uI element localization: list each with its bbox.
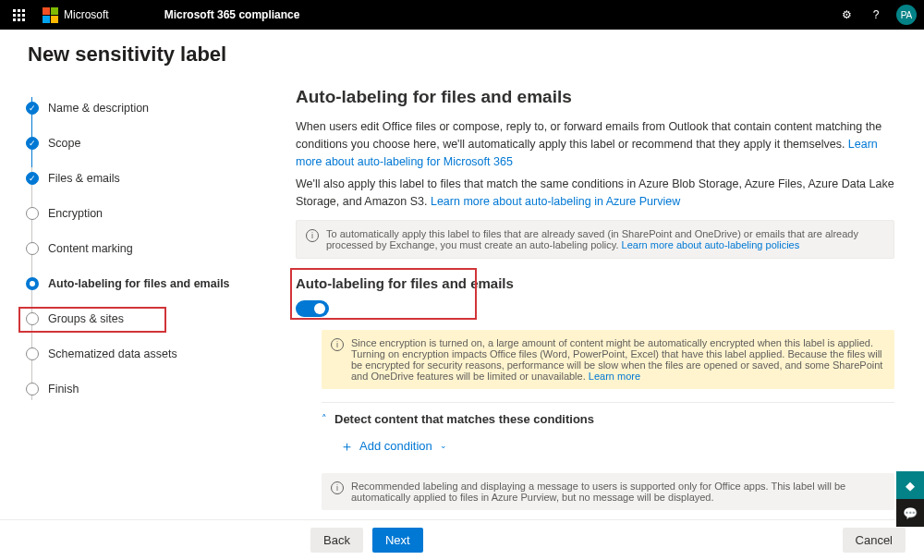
chat-icon: 💬 (903, 506, 918, 520)
info-box-policies: i To automatically apply this label to f… (296, 220, 894, 259)
chevron-down-icon: ⌄ (440, 441, 447, 450)
info-icon: i (306, 229, 319, 242)
info-icon: i (331, 481, 344, 494)
intro-paragraph-1: When users edit Office files or compose,… (296, 118, 894, 170)
step-label: Auto-labeling for files and emails (48, 277, 230, 290)
info-icon: i (331, 338, 344, 351)
step-indicator-icon (26, 347, 39, 360)
step-indicator-icon (26, 242, 39, 255)
ms-logo: Microsoft (43, 7, 109, 23)
step-label: Content marking (48, 242, 133, 255)
detect-content-label: Detect content that matches these condit… (334, 412, 594, 426)
step-indicator-icon (26, 102, 39, 115)
step-label: Files & emails (48, 172, 120, 185)
step-label: Encryption (48, 207, 103, 220)
intro-paragraph-2: We'll also apply this label to files tha… (296, 176, 894, 211)
encryption-warning-box: i Since encryption is turned on, a large… (322, 330, 894, 389)
step-7[interactable]: Schematized data assets (26, 336, 261, 371)
ms-brand-text: Microsoft (64, 8, 109, 21)
step-indicator-icon (26, 277, 39, 290)
learn-more-policies-link[interactable]: Learn more about auto-labeling policies (622, 239, 800, 250)
help-button[interactable]: ? (861, 0, 891, 30)
step-6[interactable]: Groups & sites (26, 301, 261, 336)
wizard-footer: Back Next Cancel (0, 519, 924, 560)
auto-labeling-toggle-section: Auto-labeling for files and emails (296, 275, 894, 317)
auto-labeling-toggle[interactable] (296, 300, 329, 317)
cancel-button[interactable]: Cancel (843, 528, 906, 553)
step-1[interactable]: Scope (26, 126, 261, 161)
step-indicator-icon (26, 137, 39, 150)
toggle-heading: Auto-labeling for files and emails (296, 275, 894, 291)
step-indicator-icon (26, 312, 39, 325)
waffle-icon (13, 9, 25, 21)
suite-title: Microsoft 365 compliance (164, 8, 300, 21)
question-icon: ? (873, 8, 880, 21)
main-content: Auto-labeling for files and emails When … (286, 78, 924, 521)
step-indicator-icon (26, 383, 39, 396)
info-box-recommended: i Recommended labeling and displaying a … (322, 473, 894, 510)
add-condition-label: Add condition (359, 439, 432, 453)
learn-more-purview-link[interactable]: Learn more about auto-labeling in Azure … (431, 195, 680, 208)
step-0[interactable]: Name & description (26, 91, 261, 126)
step-8[interactable]: Finish (26, 371, 261, 407)
account-avatar[interactable]: PA (896, 5, 917, 25)
floating-action-buttons: ◆ 💬 (896, 471, 924, 527)
feedback-button[interactable]: ◆ (896, 471, 924, 499)
chevron-up-icon: ˄ (322, 413, 327, 425)
step-4[interactable]: Content marking (26, 231, 261, 266)
suite-bar: Microsoft Microsoft 365 compliance ⚙ ? P… (0, 0, 924, 30)
wizard-steps: Name & descriptionScopeFiles & emailsEnc… (0, 78, 286, 521)
main-title: Auto-labeling for files and emails (296, 87, 894, 107)
step-3[interactable]: Encryption (26, 196, 261, 231)
plus-icon: ＋ (340, 439, 354, 453)
step-indicator-icon (26, 172, 39, 185)
ms-logo-icon (43, 7, 58, 23)
step-2[interactable]: Files & emails (26, 161, 261, 196)
chat-button[interactable]: 💬 (896, 499, 924, 527)
step-indicator-icon (26, 207, 39, 220)
app-launcher-button[interactable] (7, 4, 30, 26)
back-button[interactable]: Back (310, 528, 363, 553)
step-5[interactable]: Auto-labeling for files and emails (26, 266, 261, 301)
next-button[interactable]: Next (372, 528, 423, 553)
learn-more-encryption-link[interactable]: Learn more (589, 371, 640, 382)
gear-icon: ⚙ (842, 8, 852, 21)
step-label: Name & description (48, 102, 149, 115)
page-title: New sensitivity label (0, 30, 924, 78)
add-condition-button[interactable]: ＋ Add condition ⌄ (322, 435, 894, 468)
step-label: Scope (48, 137, 80, 150)
lightbulb-icon: ◆ (906, 479, 915, 493)
detect-content-collapser[interactable]: ˄ Detect content that matches these cond… (322, 402, 894, 435)
step-label: Schematized data assets (48, 347, 177, 360)
settings-button[interactable]: ⚙ (832, 0, 861, 30)
step-label: Finish (48, 383, 79, 396)
step-label: Groups & sites (48, 312, 124, 325)
